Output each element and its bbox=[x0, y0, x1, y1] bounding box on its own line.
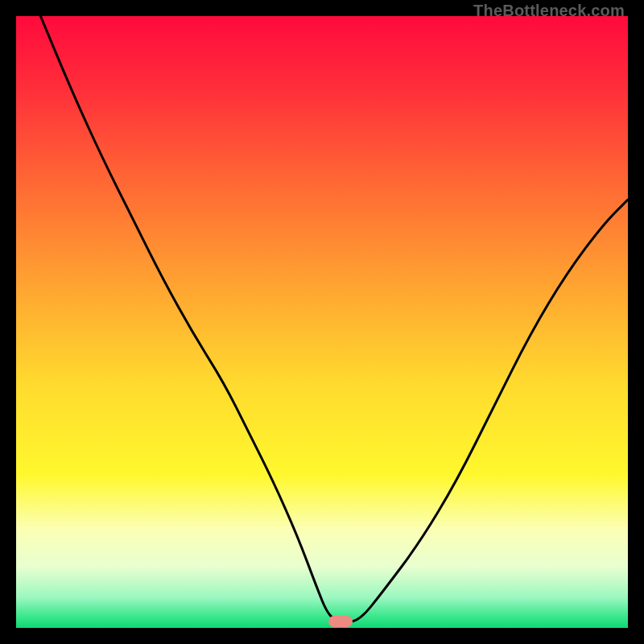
watermark-text: TheBottleneck.com bbox=[473, 2, 625, 20]
chart-frame bbox=[16, 16, 628, 628]
gradient-background bbox=[16, 16, 628, 628]
optimal-marker bbox=[328, 616, 353, 627]
bottleneck-plot bbox=[16, 16, 628, 628]
